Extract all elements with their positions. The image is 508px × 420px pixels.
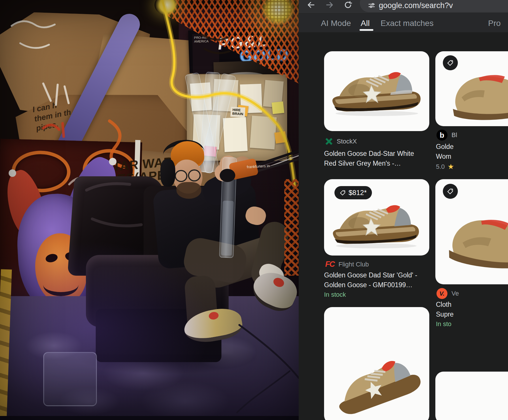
result-title[interactable]: Cloth Supre — [436, 300, 454, 319]
price-tag-icon — [447, 59, 454, 66]
vestiaire-logo-icon: V. — [436, 288, 447, 299]
sneaker-image — [329, 63, 424, 118]
price-tag-badge[interactable] — [443, 55, 458, 70]
product-card[interactable] — [435, 179, 508, 284]
lens-results-panel: google.com/search?v AI Mode All Exact ma… — [299, 0, 508, 420]
tab-all[interactable]: All — [361, 19, 370, 28]
reload-icon[interactable] — [344, 1, 352, 9]
horn-tip — [109, 158, 116, 165]
photo-bottom-edge — [0, 416, 299, 420]
result-title[interactable]: Golden Goose Dad Star 'Gold' - Golden Go… — [324, 270, 417, 290]
merchant-row[interactable]: V. Ve — [436, 288, 459, 299]
microphone — [220, 169, 235, 182]
horn-tip — [9, 169, 16, 177]
bloomingdales-logo-icon: b — [436, 130, 447, 141]
product-card[interactable] — [435, 372, 508, 420]
rating-value: 5.0 — [436, 163, 445, 171]
address-bar[interactable]: google.com/search?v — [360, 0, 508, 12]
merchant-row[interactable]: b Bl — [436, 130, 457, 141]
forward-icon[interactable] — [325, 1, 334, 9]
results-list: StockX Golden Goose Dad-Star White Red S… — [299, 32, 508, 420]
product-card[interactable] — [324, 307, 429, 420]
product-card[interactable]: $812* — [324, 179, 429, 256]
merchant-name: StockX — [337, 138, 357, 145]
eyeglasses — [175, 170, 187, 182]
bottle-liquid — [221, 201, 234, 256]
sneaker-image — [436, 200, 508, 283]
url-text[interactable]: google.com/search?v — [379, 1, 453, 10]
price-tag-icon — [340, 190, 346, 196]
price-tag-badge[interactable] — [443, 184, 458, 199]
lens-source-image[interactable]: PRO-AM AMERICA PG&L GOLD HIRE BRAIN I ca… — [0, 0, 299, 420]
merchant-name: Bl — [451, 131, 457, 139]
beard — [176, 182, 201, 199]
flight-club-logo-icon: FC — [325, 260, 334, 269]
back-icon[interactable] — [307, 1, 315, 9]
browser-toolbar: google.com/search?v — [299, 0, 508, 13]
tab-products[interactable]: Pro — [488, 19, 501, 28]
tune-icon[interactable] — [368, 2, 375, 9]
result-title[interactable]: Golde Wom — [436, 142, 454, 161]
tab-exact-matches[interactable]: Exact matches — [381, 19, 434, 28]
result-tabs: AI Mode All Exact matches Pro — [299, 13, 508, 33]
merchant-name: Flight Club — [338, 261, 369, 268]
jester-grin — [43, 274, 78, 296]
product-card[interactable] — [324, 51, 429, 131]
red-patch — [272, 276, 285, 289]
glass-jar — [43, 352, 97, 406]
merchant-row[interactable]: FC Flight Club — [325, 260, 369, 269]
active-tab-underline — [360, 29, 373, 31]
sneaker-image — [325, 343, 429, 420]
merchant-row[interactable]: StockX — [325, 138, 357, 145]
product-card[interactable] — [435, 51, 508, 126]
price-badge[interactable]: $812* — [334, 186, 372, 199]
stockx-logo-icon — [325, 138, 333, 145]
sneaker-image — [330, 197, 423, 250]
headphones-earcup — [160, 159, 175, 187]
tab-ai-mode[interactable]: AI Mode — [321, 19, 351, 28]
orange-fence-net — [284, 179, 299, 276]
red-patch — [208, 311, 219, 320]
stock-status: In stock — [324, 291, 346, 298]
rating-row: 5.0 ★ — [436, 162, 454, 171]
price-tag-icon — [447, 188, 454, 195]
stock-status: In sto — [436, 320, 451, 328]
jester-eye — [45, 253, 59, 263]
sneaker-image — [443, 63, 508, 123]
star-icon: ★ — [448, 162, 454, 171]
merchant-name: Ve — [451, 290, 459, 297]
price-text: $812* — [349, 189, 367, 197]
eyeglasses — [188, 169, 201, 181]
result-title[interactable]: Golden Goose Dad-Star White Red Silver G… — [324, 149, 414, 168]
